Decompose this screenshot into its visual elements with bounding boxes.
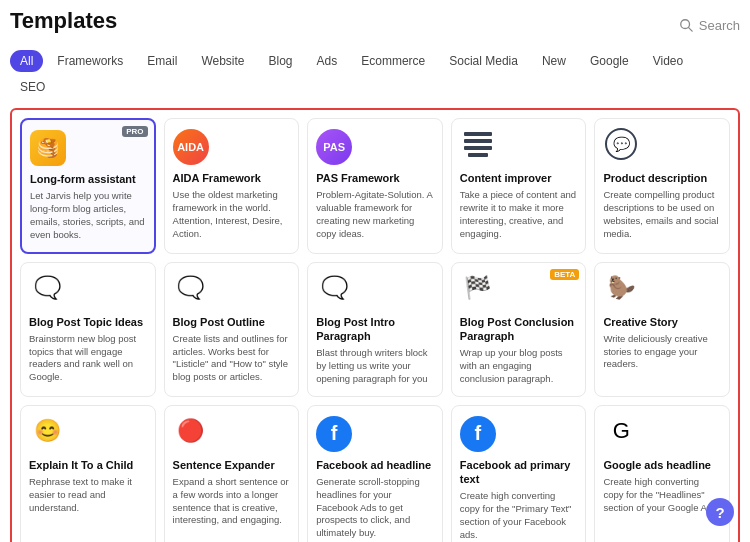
card-title-sentence: Sentence Expander: [173, 458, 291, 472]
card-title-content: Content improver: [460, 171, 578, 185]
template-card-blogconclusion[interactable]: Beta 🏁 Blog Post Conclusion Paragraph Wr…: [451, 262, 587, 397]
templates-grid: PRO 🥞 Long-form assistant Let Jarvis hel…: [20, 118, 730, 542]
card-title-longform: Long-form assistant: [30, 172, 146, 186]
icon-wrapper-sentence: 🔴: [173, 416, 209, 452]
card-title-googleads: Google ads headline: [603, 458, 721, 472]
filter-tab-frameworks[interactable]: Frameworks: [47, 50, 133, 72]
card-desc-content: Take a piece of content and rewrite it t…: [460, 189, 578, 240]
badge-longform: PRO: [122, 126, 147, 137]
icon-wrapper-blogconclusion: 🏁: [460, 273, 496, 309]
icon-wrapper-fbprimary: f: [460, 416, 496, 452]
icon-wrapper-fbheadline: f: [316, 416, 352, 452]
icon-wrapper-longform: 🥞: [30, 130, 66, 166]
card-desc-longform: Let Jarvis help you write long-form blog…: [30, 190, 146, 241]
template-card-aida[interactable]: AIDA AIDA Framework Use the oldest marke…: [164, 118, 300, 254]
beaver-icon: 🦫: [603, 270, 639, 306]
card-desc-blogtopic: Brainstorm new blog post topics that wil…: [29, 333, 147, 384]
filter-tab-new[interactable]: New: [532, 50, 576, 72]
help-button[interactable]: ?: [706, 498, 734, 526]
facebook-icon: f: [316, 416, 352, 452]
card-title-blogoutline: Blog Post Outline: [173, 315, 291, 329]
card-desc-blogconclusion: Wrap up your blog posts with an engaging…: [460, 347, 578, 385]
template-card-blogoutline[interactable]: 🗨️ Blog Post Outline Create lists and ou…: [164, 262, 300, 397]
filter-tab-ads[interactable]: Ads: [307, 50, 348, 72]
card-title-fbprimary: Facebook ad primary text: [460, 458, 578, 487]
filter-tab-google[interactable]: Google: [580, 50, 639, 72]
filter-tab-email[interactable]: Email: [137, 50, 187, 72]
filter-tab-ecommerce[interactable]: Ecommerce: [351, 50, 435, 72]
search-icon: [679, 18, 693, 32]
card-desc-child: Rephrase text to make it easier to read …: [29, 476, 147, 514]
google-icon: G: [603, 413, 639, 449]
card-desc-sentence: Expand a short sentence or a few words i…: [173, 476, 291, 527]
card-title-child: Explain It To a Child: [29, 458, 147, 472]
card-title-pas: PAS Framework: [316, 171, 434, 185]
card-title-aida: AIDA Framework: [173, 171, 291, 185]
icon-wrapper-pas: PAS: [316, 129, 352, 165]
sentence-icon: 🔴: [173, 413, 209, 449]
template-card-content[interactable]: Content improver Take a piece of content…: [451, 118, 587, 254]
search-label[interactable]: Search: [699, 18, 740, 33]
filter-tab-blog[interactable]: Blog: [259, 50, 303, 72]
card-desc-blogoutline: Create lists and outlines for articles. …: [173, 333, 291, 384]
longform-icon: 🥞: [30, 130, 66, 166]
icon-wrapper-aida: AIDA: [173, 129, 209, 165]
badge-blogconclusion: Beta: [550, 269, 579, 280]
card-desc-fbheadline: Generate scroll-stopping headlines for y…: [316, 476, 434, 540]
pas-icon: PAS: [316, 129, 352, 165]
card-title-creative: Creative Story: [603, 315, 721, 329]
template-card-child[interactable]: 😊 Explain It To a Child Rephrase text to…: [20, 405, 156, 542]
card-desc-googleads: Create high converting copy for the "Hea…: [603, 476, 721, 514]
template-card-creative[interactable]: 🦫 Creative Story Write deliciously creat…: [594, 262, 730, 397]
icon-wrapper-creative: 🦫: [603, 273, 639, 309]
card-desc-blogintro: Blast through writers block by letting u…: [316, 347, 434, 385]
template-card-longform[interactable]: PRO 🥞 Long-form assistant Let Jarvis hel…: [20, 118, 156, 254]
card-desc-pas: Problem-Agitate-Solution. A valuable fra…: [316, 189, 434, 240]
template-card-fbheadline[interactable]: f Facebook ad headline Generate scroll-s…: [307, 405, 443, 542]
icon-wrapper-product: 💬: [603, 129, 639, 165]
search-area: Search: [679, 18, 740, 33]
card-title-blogtopic: Blog Post Topic Ideas: [29, 315, 147, 329]
template-card-product[interactable]: 💬 Product description Create compelling …: [594, 118, 730, 254]
template-card-sentence[interactable]: 🔴 Sentence Expander Expand a short sente…: [164, 405, 300, 542]
card-desc-aida: Use the oldest marketing framework in th…: [173, 189, 291, 240]
facebook-icon: f: [460, 416, 496, 452]
card-title-fbheadline: Facebook ad headline: [316, 458, 434, 472]
filter-tab-video[interactable]: Video: [643, 50, 693, 72]
card-desc-fbprimary: Create high converting copy for the "Pri…: [460, 490, 578, 541]
aida-icon: AIDA: [173, 129, 209, 165]
filter-tab-social-media[interactable]: Social Media: [439, 50, 528, 72]
card-title-product: Product description: [603, 171, 721, 185]
product-icon: 💬: [603, 126, 639, 162]
page-title: Templates: [10, 8, 117, 34]
filter-tab-website[interactable]: Website: [191, 50, 254, 72]
header-row: Templates Search: [10, 8, 740, 42]
icon-wrapper-blogoutline: 🗨️: [173, 273, 209, 309]
svg-line-1: [688, 28, 692, 32]
card-title-blogconclusion: Blog Post Conclusion Paragraph: [460, 315, 578, 344]
content-icon: [460, 126, 496, 162]
main-content: PRO 🥞 Long-form assistant Let Jarvis hel…: [10, 108, 740, 542]
icon-wrapper-child: 😊: [29, 416, 65, 452]
icon-wrapper-blogintro: 🗨️: [316, 273, 352, 309]
blog-icon: 🗨️: [29, 270, 65, 306]
template-card-blogintro[interactable]: 🗨️ Blog Post Intro Paragraph Blast throu…: [307, 262, 443, 397]
filter-tab-all[interactable]: All: [10, 50, 43, 72]
filter-tab-seo[interactable]: SEO: [10, 76, 55, 98]
flag-icon: 🏁: [460, 270, 496, 306]
page-wrapper: Templates Search AllFrameworksEmailWebsi…: [0, 0, 750, 542]
icon-wrapper-content: [460, 129, 496, 165]
blog-icon: 🗨️: [173, 270, 209, 306]
template-card-pas[interactable]: PAS PAS Framework Problem-Agitate-Soluti…: [307, 118, 443, 254]
icon-wrapper-googleads: G: [603, 416, 639, 452]
template-card-blogtopic[interactable]: 🗨️ Blog Post Topic Ideas Brainstorm new …: [20, 262, 156, 397]
template-card-fbprimary[interactable]: f Facebook ad primary text Create high c…: [451, 405, 587, 542]
filter-tabs: AllFrameworksEmailWebsiteBlogAdsEcommerc…: [10, 50, 740, 98]
card-title-blogintro: Blog Post Intro Paragraph: [316, 315, 434, 344]
card-desc-product: Create compelling product descriptions t…: [603, 189, 721, 240]
child-icon: 😊: [29, 413, 65, 449]
card-desc-creative: Write deliciously creative stories to en…: [603, 333, 721, 371]
blog-icon: 🗨️: [316, 270, 352, 306]
icon-wrapper-blogtopic: 🗨️: [29, 273, 65, 309]
